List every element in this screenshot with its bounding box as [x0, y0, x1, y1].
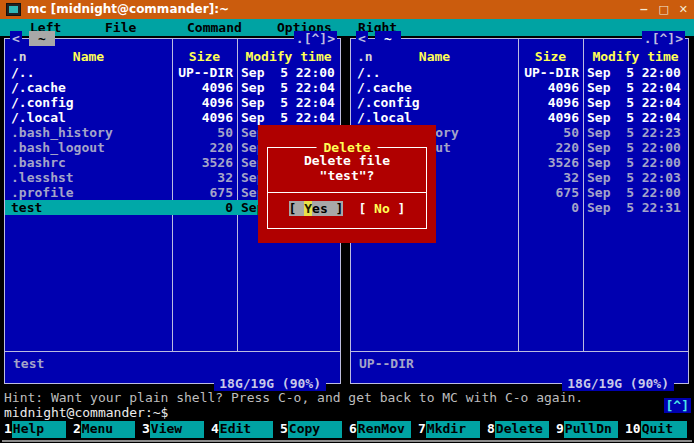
function-key-button[interactable]: 9 PullDn [556, 421, 625, 438]
menu-bar: LeftFileCommandOptionsRight [0, 19, 694, 36]
menu-item[interactable]: File [105, 20, 136, 35]
table-row[interactable]: /.cache 4096 Sep 5 22:04 [351, 80, 688, 95]
function-key-button[interactable]: 3 View [142, 421, 211, 438]
table-row[interactable]: /.config 4096 Sep 5 22:04 [5, 95, 340, 110]
file-mtime: Sep 5 22:04 [583, 110, 688, 125]
dialog-buttons: [ Yes ] [ No ] [268, 201, 426, 216]
column-header-name[interactable]: Name [5, 49, 172, 64]
file-mtime: Sep 5 22:03 [583, 170, 688, 185]
column-header-mtime[interactable]: Modify time [237, 49, 340, 64]
file-size: 220 [518, 140, 583, 155]
function-key-label: View [150, 421, 204, 438]
maximize-icon[interactable]: □ [658, 2, 668, 17]
yes-hotkey: Y [304, 201, 312, 216]
right-panel-path-tab[interactable]: ~ [375, 31, 401, 46]
no-button-text: [ [358, 201, 374, 216]
function-key-label: Delete [495, 421, 549, 438]
window-titlebar: mc [midnight@commander]:~ − □ ✕ [0, 0, 694, 19]
dialog-message-line2: "test"? [268, 168, 426, 183]
file-mtime: Sep 5 22:04 [583, 95, 688, 110]
file-name: /.config [351, 95, 518, 110]
function-key-button[interactable]: 5 Copy [280, 421, 349, 438]
function-key-button[interactable]: 10 Quit [625, 421, 694, 438]
file-name: .bash_logout [5, 140, 172, 155]
left-ministatus: test [13, 356, 44, 371]
file-name: .profile [5, 185, 172, 200]
file-name: /.. [351, 65, 518, 80]
file-size: 4096 [518, 110, 583, 125]
table-row[interactable]: /.. UP--DIR Sep 5 22:00 [351, 65, 688, 80]
file-size: UP--DIR [518, 65, 583, 80]
function-key-label: PullDn [564, 421, 618, 438]
function-key-button[interactable]: 1 Help [4, 421, 73, 438]
function-key-label: RenMov [357, 421, 411, 438]
function-key-button[interactable]: 6 RenMov [349, 421, 418, 438]
function-key-label: Help [12, 421, 66, 438]
dialog-message-line1: Delete file [268, 153, 426, 168]
sort-indicator[interactable]: .n [11, 49, 27, 64]
file-name: .lesshst [5, 170, 172, 185]
file-name: .bashrc [5, 155, 172, 170]
file-name: /.local [351, 110, 518, 125]
no-button[interactable]: [ No ] [358, 201, 405, 216]
table-row[interactable]: /.. UP--DIR Sep 5 22:00 [5, 65, 340, 80]
ministatus-divider [5, 351, 340, 352]
close-icon[interactable]: ✕ [679, 2, 688, 17]
scroll-up-indicator[interactable]: [^] [664, 398, 691, 413]
left-panel-corner-controls[interactable]: .[^]> [294, 31, 337, 46]
file-size: 50 [518, 125, 583, 140]
column-header-size[interactable]: Size [518, 49, 583, 64]
function-key-button[interactable]: 7 Mkdir [418, 421, 487, 438]
file-name: /.. [5, 65, 172, 80]
terminal-app-icon [6, 3, 21, 16]
function-key-label: Menu [81, 421, 135, 438]
left-panel-column-headers: .n Name Size Modify time [5, 49, 340, 64]
file-mtime: Sep 5 22:04 [237, 95, 340, 110]
file-size: 675 [172, 185, 237, 200]
function-key-number: 9 [556, 421, 564, 438]
function-key-number: 4 [211, 421, 219, 438]
file-size: 3526 [172, 155, 237, 170]
no-hotkey: No [374, 201, 390, 216]
left-disk-usage: 18G/19G (90%) [214, 376, 326, 391]
right-panel-corner-controls[interactable]: .[^]> [642, 31, 685, 46]
file-size: 32 [518, 170, 583, 185]
file-name: .bash_history [5, 125, 172, 140]
panel-left-arrow-icon[interactable]: < [356, 31, 368, 46]
minimize-icon[interactable]: − [639, 2, 648, 17]
right-disk-usage: 18G/19G (90%) [562, 376, 674, 391]
menu-item[interactable]: Command [187, 20, 242, 35]
column-header-size[interactable]: Size [172, 49, 237, 64]
file-size: 675 [518, 185, 583, 200]
file-size: UP--DIR [172, 65, 237, 80]
yes-button[interactable]: [ Yes ] [289, 201, 344, 216]
dialog-divider [268, 192, 426, 193]
right-ministatus: UP--DIR [359, 356, 414, 371]
yes-button-text: [ [289, 201, 305, 216]
file-size: 4096 [172, 80, 237, 95]
file-size: 50 [172, 125, 237, 140]
function-key-button[interactable]: 4 Edit [211, 421, 280, 438]
function-key-label: Copy [288, 421, 342, 438]
file-mtime: Sep 5 22:31 [583, 200, 688, 215]
ministatus-divider [351, 351, 688, 352]
table-row[interactable]: /.local 4096 Sep 5 22:04 [351, 110, 688, 125]
table-row[interactable]: /.config 4096 Sep 5 22:04 [351, 95, 688, 110]
panel-left-arrow-icon[interactable]: < [10, 31, 22, 46]
file-name: /.cache [351, 80, 518, 95]
file-mtime: Sep 5 22:23 [583, 125, 688, 140]
left-panel-path-tab[interactable]: ~ [29, 31, 55, 46]
table-row[interactable]: /.cache 4096 Sep 5 22:04 [5, 80, 340, 95]
right-panel-column-headers: .n Name Size Modify time [351, 49, 688, 64]
function-key-number: 2 [73, 421, 81, 438]
delete-dialog: Delete Delete file "test"? [ Yes ] [ No … [258, 125, 436, 243]
function-key-button[interactable]: 8 Delete [487, 421, 556, 438]
table-row[interactable]: /.local 4096 Sep 5 22:04 [5, 110, 340, 125]
function-key-button[interactable]: 2 Menu [73, 421, 142, 438]
shell-prompt[interactable]: midnight@commander:~$ [4, 405, 168, 420]
column-header-mtime[interactable]: Modify time [583, 49, 688, 64]
sort-indicator[interactable]: .n [357, 49, 373, 64]
column-header-name[interactable]: Name [351, 49, 518, 64]
hint-line: Hint: Want your plain shell? Press C-o, … [4, 390, 583, 405]
delete-dialog-frame: Delete Delete file "test"? [ Yes ] [ No … [267, 147, 427, 229]
